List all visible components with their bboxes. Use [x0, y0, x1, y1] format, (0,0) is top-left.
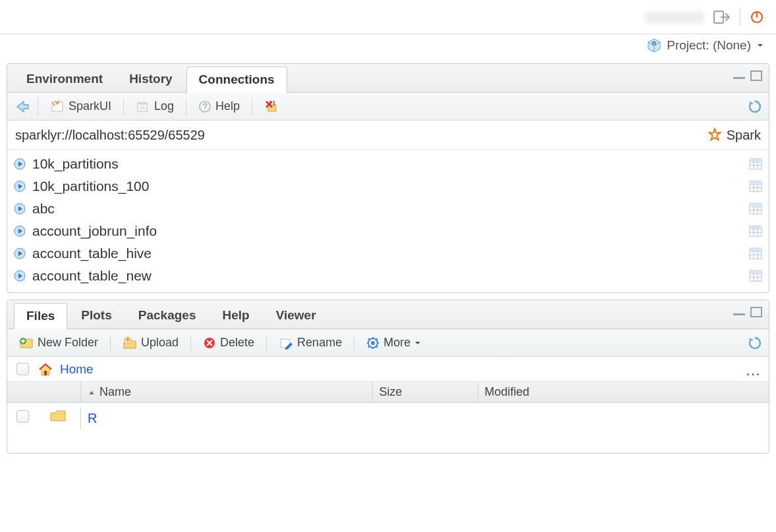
svg-text:R: R — [652, 40, 657, 47]
connections-panel: Environment History Connections SparkUI … — [7, 63, 769, 293]
svg-line-79 — [376, 338, 378, 340]
table-name: account_jobrun_info — [32, 223, 749, 239]
table-row[interactable]: account_jobrun_info — [7, 220, 769, 242]
grid-icon[interactable] — [749, 248, 762, 259]
svg-rect-40 — [750, 203, 762, 207]
more-button[interactable]: More — [361, 334, 426, 352]
new-folder-button[interactable]: New Folder — [14, 334, 103, 352]
tab-files[interactable]: Files — [14, 303, 67, 329]
expand-icon[interactable] — [14, 225, 26, 237]
username-label — [645, 11, 704, 23]
svg-line-77 — [368, 338, 370, 340]
column-size-header[interactable]: Size — [373, 382, 478, 402]
svg-line-78 — [376, 346, 378, 348]
log-button[interactable]: Log — [130, 97, 179, 115]
expand-icon[interactable] — [14, 203, 26, 215]
maximize-icon[interactable] — [750, 307, 762, 317]
file-row[interactable]: R — [7, 403, 769, 433]
tab-packages[interactable]: Packages — [126, 302, 209, 329]
svg-rect-7 — [751, 71, 762, 80]
minimize-icon[interactable] — [732, 307, 746, 317]
r-cube-icon: R — [647, 38, 661, 53]
table-row[interactable]: account_table_new — [7, 265, 769, 287]
power-icon[interactable] — [750, 10, 764, 24]
sparkui-button[interactable]: SparkUI — [45, 97, 117, 115]
select-all-checkbox[interactable] — [16, 363, 29, 375]
column-modified-header[interactable]: Modified — [478, 382, 769, 402]
more-path-icon[interactable]: ... — [746, 361, 761, 379]
minimize-icon[interactable] — [732, 71, 746, 80]
dropdown-caret-icon[interactable] — [756, 41, 764, 49]
svg-rect-6 — [733, 77, 745, 79]
more-label: More — [383, 336, 410, 350]
svg-point-81 — [371, 341, 375, 345]
expand-icon[interactable] — [14, 270, 26, 282]
spark-badge: Spark — [707, 127, 761, 143]
grid-icon[interactable] — [749, 158, 762, 170]
table-row[interactable]: abc — [7, 198, 769, 220]
project-bar: R Project: (None) — [0, 34, 776, 59]
expand-icon[interactable] — [14, 180, 26, 192]
file-name[interactable]: R — [88, 411, 97, 426]
table-row[interactable]: 10k_partitions — [7, 153, 769, 175]
rename-button[interactable]: Rename — [273, 334, 347, 352]
files-panel: Files Plots Packages Help Viewer New Fol… — [7, 300, 769, 454]
table-row[interactable]: 10k_partitions_100 — [7, 175, 769, 198]
rename-label: Rename — [297, 336, 342, 350]
disconnect-button[interactable] — [259, 97, 285, 116]
svg-rect-17 — [273, 101, 275, 106]
home-breadcrumb-link[interactable]: Home — [60, 362, 94, 377]
tab-environment[interactable]: Environment — [14, 66, 115, 92]
separator — [740, 9, 740, 26]
table-row[interactable]: account_table_hive — [7, 242, 769, 265]
column-name-header[interactable]: Name — [81, 382, 373, 402]
tab-history[interactable]: History — [117, 66, 184, 92]
svg-rect-47 — [750, 226, 762, 229]
log-label: Log — [154, 99, 174, 113]
folder-icon — [43, 407, 81, 429]
table-name: 10k_partitions_100 — [32, 178, 749, 194]
back-arrow-icon[interactable] — [14, 99, 31, 114]
svg-rect-63 — [751, 307, 762, 317]
svg-rect-61 — [750, 271, 762, 274]
svg-rect-33 — [750, 181, 762, 184]
tab-strip-upper: Environment History Connections — [7, 64, 769, 93]
expand-icon[interactable] — [14, 158, 26, 170]
help-button[interactable]: ? Help — [193, 97, 245, 115]
svg-rect-10 — [138, 103, 147, 105]
table-name: account_table_new — [32, 268, 749, 284]
upload-label: Upload — [141, 336, 179, 350]
tab-viewer[interactable]: Viewer — [263, 302, 329, 329]
tab-plots[interactable]: Plots — [69, 302, 124, 329]
project-label[interactable]: Project: (None) — [667, 38, 751, 53]
table-name: abc — [32, 201, 749, 217]
connection-path-row: sparklyr://localhost:65529/65529 Spark — [7, 120, 769, 150]
row-checkbox[interactable] — [16, 410, 29, 423]
grid-icon[interactable] — [749, 203, 762, 215]
help-label: Help — [215, 99, 240, 113]
files-header-row: Name Size Modified — [7, 382, 769, 403]
maximize-icon[interactable] — [750, 70, 762, 81]
svg-rect-62 — [733, 313, 745, 315]
table-name: account_table_hive — [32, 246, 749, 261]
grid-icon[interactable] — [749, 180, 762, 192]
refresh-icon[interactable] — [748, 336, 762, 350]
grid-icon[interactable] — [749, 225, 762, 237]
home-icon[interactable] — [38, 362, 53, 377]
sign-out-icon[interactable] — [713, 10, 731, 24]
svg-rect-54 — [750, 248, 762, 252]
grid-icon[interactable] — [749, 270, 762, 282]
upload-button[interactable]: Upload — [117, 334, 184, 352]
connections-toolbar: SparkUI Log ? Help — [7, 93, 769, 120]
connection-url: sparklyr://localhost:65529/65529 — [15, 128, 205, 143]
refresh-icon[interactable] — [748, 99, 762, 114]
app-top-bar — [0, 0, 776, 34]
svg-rect-26 — [750, 159, 762, 162]
tab-help[interactable]: Help — [209, 302, 262, 329]
expand-icon[interactable] — [14, 248, 26, 259]
files-toolbar: New Folder Upload Delete Rename More — [7, 329, 769, 357]
tab-connections[interactable]: Connections — [186, 66, 287, 93]
files-breadcrumb: Home ... — [7, 357, 769, 382]
table-name: 10k_partitions — [32, 156, 749, 172]
delete-button[interactable]: Delete — [198, 334, 260, 352]
